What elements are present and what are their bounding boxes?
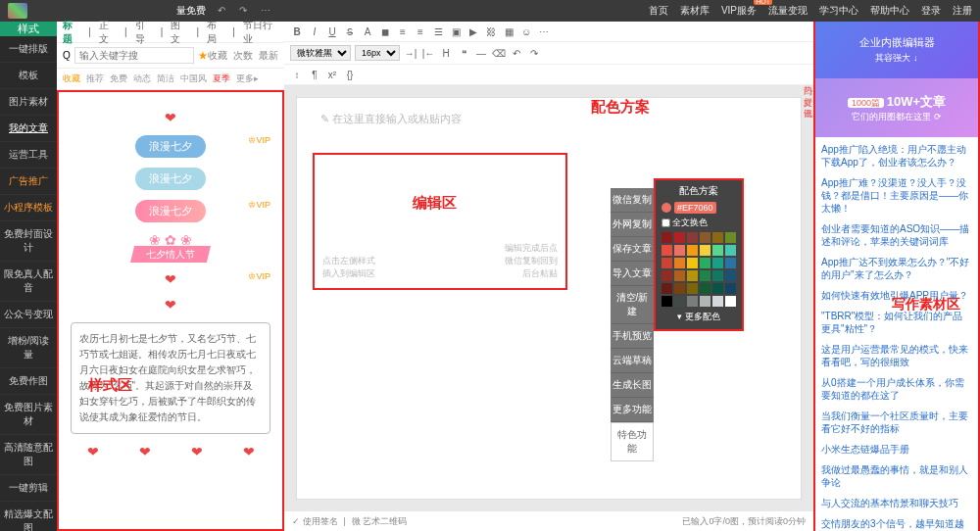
- tab-image[interactable]: 图文: [171, 19, 188, 46]
- tab-holiday[interactable]: 节日行业: [243, 19, 278, 46]
- table-icon[interactable]: ▦: [502, 24, 515, 38]
- filter-free[interactable]: 免费: [110, 72, 127, 85]
- font-family-select[interactable]: 微软雅黑: [290, 45, 351, 61]
- filter-cn[interactable]: 中国风: [180, 72, 207, 85]
- color-swatch[interactable]: [687, 258, 698, 268]
- func-btn-2[interactable]: 保存文章: [611, 237, 654, 262]
- color-swatch[interactable]: [674, 283, 685, 294]
- search-input[interactable]: [74, 47, 194, 64]
- func-btn-3[interactable]: 导入文章: [611, 262, 654, 286]
- sidebar-item-11[interactable]: 免费作图: [0, 368, 57, 395]
- article-link-0[interactable]: App推广陷入绝境：用户不愿主动下载App了，创业者该怎么办？: [821, 143, 972, 169]
- clear-icon[interactable]: ⌫: [492, 46, 506, 60]
- article-link-7[interactable]: 从0搭建一个用户成长体系，你需要知道的都在这了: [821, 376, 972, 402]
- sidebar-item-10[interactable]: 增粉/阅读量: [0, 328, 57, 368]
- color-swatch[interactable]: [662, 232, 672, 243]
- sidebar-item-9[interactable]: 公众号变现: [0, 302, 57, 328]
- color-swatch[interactable]: [700, 232, 710, 243]
- sidebar-item-0[interactable]: 一键排版: [0, 36, 57, 63]
- font-size-select[interactable]: 16px: [355, 45, 400, 61]
- undo-icon[interactable]: ↶: [218, 5, 229, 17]
- article-link-2[interactable]: 创业者需要知道的ASO知识——描述和评论，苹果的关键词词库: [821, 222, 972, 248]
- color-swatch[interactable]: [725, 232, 736, 243]
- sidebar-item-13[interactable]: 高清随意配图: [0, 435, 57, 475]
- underline-icon[interactable]: U: [325, 24, 339, 38]
- align-left-icon[interactable]: ≡: [396, 24, 410, 38]
- color-swatch[interactable]: [725, 283, 736, 294]
- color-swatch[interactable]: [662, 283, 672, 294]
- sidebar-item-7[interactable]: 免费封面设计: [0, 221, 57, 262]
- spacing-icon[interactable]: ↕: [290, 68, 304, 81]
- code-icon[interactable]: {}: [343, 68, 357, 81]
- filter-dyn[interactable]: 动态: [133, 72, 151, 85]
- h1-icon[interactable]: H: [439, 46, 453, 60]
- vtab-news[interactable]: 资讯: [802, 96, 815, 108]
- template-ribbon[interactable]: ❀ ✿ ❀ 七夕情人节: [67, 232, 274, 262]
- color-swatch[interactable]: [712, 296, 723, 307]
- outdent-icon[interactable]: |←: [421, 46, 435, 60]
- color-swatch[interactable]: [687, 270, 698, 281]
- color-swatch[interactable]: [712, 245, 723, 256]
- sidebar-item-8[interactable]: 限免真人配音: [0, 262, 57, 302]
- nav-learn[interactable]: 学习中心: [819, 4, 858, 18]
- color-swatch[interactable]: [700, 296, 710, 307]
- hr-icon[interactable]: —: [474, 46, 488, 60]
- fav-action[interactable]: 收藏: [198, 49, 227, 63]
- video-icon[interactable]: ▶: [466, 24, 480, 38]
- article-link-6[interactable]: 这是用户运营最常见的模式，快来看看吧，写的很细致: [821, 343, 972, 368]
- article-link-1[interactable]: App推广难？没渠道？没人手？没钱？都是借口！主要原因是——你太懒！: [821, 176, 972, 215]
- sidebar-item-6[interactable]: 小程序模板: [0, 195, 57, 221]
- italic-icon[interactable]: I: [308, 24, 321, 38]
- nav-login[interactable]: 登录: [921, 4, 941, 18]
- color-swatch[interactable]: [687, 296, 698, 307]
- func-btn-1[interactable]: 外网复制: [611, 213, 654, 237]
- count-action[interactable]: 次数: [233, 49, 253, 63]
- indent-icon[interactable]: →|: [404, 46, 417, 60]
- color-swatch[interactable]: [662, 258, 672, 268]
- color-swatch[interactable]: [725, 245, 736, 256]
- bold-icon[interactable]: B: [290, 24, 304, 38]
- nav-register[interactable]: 注册: [953, 4, 972, 18]
- article-link-9[interactable]: 小米生态链爆品手册: [821, 443, 972, 456]
- sidebar-item-3[interactable]: 我的文章: [0, 116, 57, 142]
- filter-fav[interactable]: 收藏: [63, 72, 80, 85]
- color-swatch[interactable]: [725, 258, 736, 268]
- promo-banner[interactable]: 1000篇 10W+文章 它们的用图都在这里 ⟳: [815, 78, 978, 137]
- article-link-12[interactable]: 交情朋友的3个信号，越早知道越好: [821, 517, 972, 531]
- color-swatch[interactable]: [674, 232, 685, 243]
- ellipsis-icon[interactable]: ⋯: [261, 5, 272, 17]
- color-swatch[interactable]: [712, 270, 723, 281]
- color-swatch[interactable]: [674, 296, 685, 307]
- color-swatch[interactable]: [712, 283, 723, 294]
- func-btn-0[interactable]: 微信复制: [611, 188, 654, 213]
- color-swatch[interactable]: [700, 283, 710, 294]
- more-colors[interactable]: ▾ 更多配色: [662, 311, 736, 323]
- filter-simple[interactable]: 简洁: [157, 72, 174, 85]
- vtab-good[interactable]: 好文: [802, 84, 815, 96]
- color-swatch[interactable]: [700, 258, 710, 268]
- sidebar-item-15[interactable]: 精选爆文配图: [0, 502, 57, 531]
- func-btn-8[interactable]: 更多功能: [611, 398, 654, 422]
- color-swatch[interactable]: [674, 270, 685, 281]
- vtab-hot[interactable]: 热门: [802, 72, 815, 84]
- more-tool-icon[interactable]: ⋯: [537, 24, 551, 38]
- tab-layout[interactable]: 布局: [207, 19, 224, 46]
- list-icon[interactable]: ☰: [431, 24, 445, 38]
- sup-icon[interactable]: x²: [325, 68, 339, 81]
- tab-text[interactable]: 正文: [99, 19, 117, 46]
- strike-icon[interactable]: S̶: [343, 24, 357, 38]
- article-link-3[interactable]: App推广达不到效果怎么办？"不好的用户"来了怎么办？: [821, 256, 972, 281]
- nav-help[interactable]: 帮助中心: [870, 4, 909, 18]
- article-link-10[interactable]: 我做过最愚蠢的事情，就是和别人争论: [821, 463, 972, 489]
- bg-icon[interactable]: ◼: [378, 24, 392, 38]
- new-action[interactable]: 最新: [259, 49, 278, 63]
- filter-rec[interactable]: 推荐: [86, 72, 104, 85]
- sidebar-item-12[interactable]: 免费图片素材: [0, 395, 57, 435]
- color-swatch[interactable]: [687, 283, 698, 294]
- func-btn-7[interactable]: 生成长图: [611, 373, 654, 398]
- signature-toggle[interactable]: ✓ 使用签名: [292, 515, 338, 528]
- template-btn-2[interactable]: 浪漫七夕: [67, 168, 274, 190]
- ad-banner[interactable]: 企业内嵌编辑器 其容强大 ↓: [815, 22, 978, 78]
- search-icon[interactable]: Q: [63, 50, 71, 61]
- sidebar-item-14[interactable]: 一键剪辑: [0, 475, 57, 502]
